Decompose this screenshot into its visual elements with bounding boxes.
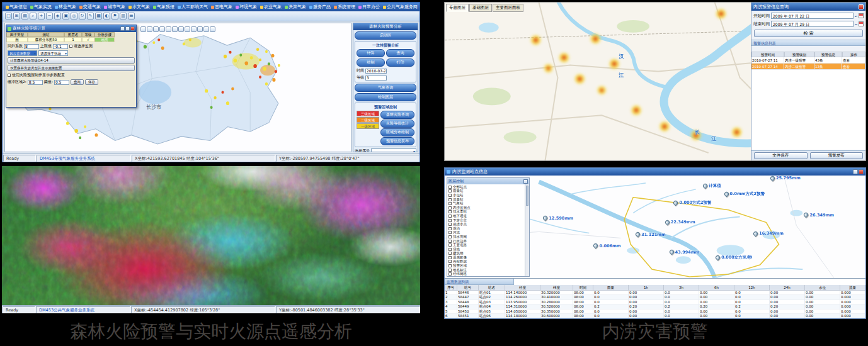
close-icon[interactable] bbox=[523, 179, 528, 184]
warning-row[interactable]: 2010-07-27 14内涝二级预警13条查看 bbox=[751, 64, 865, 70]
layer-checkbox[interactable] bbox=[448, 223, 452, 226]
analysis-button[interactable]: 绘制 bbox=[357, 59, 385, 67]
minimize-icon[interactable] bbox=[125, 26, 130, 31]
layer-checkbox[interactable] bbox=[448, 198, 452, 201]
layer-item[interactable]: 地下通道 bbox=[448, 214, 523, 218]
calendar-icon[interactable] bbox=[859, 13, 864, 18]
toolbar-icon[interactable]: ✎ bbox=[87, 13, 94, 20]
layer-item[interactable]: 水位站 bbox=[448, 193, 523, 198]
toolbar-icon[interactable]: − bbox=[46, 13, 53, 20]
layer-item[interactable]: 湖泊 bbox=[448, 226, 523, 231]
toolbar-icon[interactable]: ⌕ bbox=[30, 13, 37, 20]
menu-item[interactable]: 农业气象 bbox=[259, 4, 283, 10]
menu-item[interactable]: 环境气象 bbox=[234, 4, 258, 10]
layer-item[interactable]: 流量站 bbox=[448, 198, 523, 202]
layer-item[interactable]: 内涝监测点 bbox=[448, 206, 523, 210]
menu-item[interactable]: 公共气象服务网 bbox=[382, 4, 419, 10]
forecast-config-checkbox[interactable] bbox=[8, 74, 11, 77]
save-button[interactable]: 保存 bbox=[85, 79, 98, 85]
table-row[interactable]: 158446站点01114.14000030.32000008:000.00.0… bbox=[445, 291, 865, 295]
weather-query-button[interactable]: 气象查询 bbox=[355, 84, 416, 92]
toolbar-icon[interactable]: ◈ bbox=[54, 13, 61, 20]
search-button[interactable]: 检 索 bbox=[754, 30, 863, 37]
station-marker[interactable]: 计算值 bbox=[703, 183, 721, 189]
toolbar-icon[interactable]: ▤ bbox=[21, 13, 28, 20]
dialog-titlebar[interactable]: 森林火险等级计算 bbox=[6, 25, 136, 32]
layer-item[interactable]: 河流 bbox=[448, 231, 523, 235]
map-tool-icon[interactable] bbox=[140, 26, 146, 32]
menu-item[interactable]: 林业气象 bbox=[54, 4, 77, 10]
layer-checkbox[interactable] bbox=[448, 256, 452, 259]
map-tool-icon[interactable] bbox=[147, 26, 152, 32]
coef-input[interactable] bbox=[24, 44, 39, 49]
layer-checkbox[interactable] bbox=[448, 219, 452, 222]
layer-checkbox[interactable] bbox=[448, 186, 452, 189]
calendar-icon[interactable] bbox=[859, 21, 864, 26]
layer-checkbox[interactable] bbox=[448, 194, 452, 197]
factor-grid-row[interactable]: 面森林分布图501√地图 bbox=[6, 37, 136, 42]
toolbar-icon[interactable]: ◐ bbox=[103, 13, 110, 20]
map-tool-icon[interactable] bbox=[210, 26, 215, 32]
minimize-icon[interactable] bbox=[853, 169, 858, 174]
buffer-input[interactable] bbox=[28, 80, 43, 85]
layer-scrollbar[interactable] bbox=[525, 184, 529, 276]
upper-input[interactable] bbox=[53, 44, 68, 49]
config-resource-button[interactable]: 设置森林资源类型并显示测量配置 bbox=[8, 65, 135, 71]
table-row[interactable]: 358448站点03113.95000030.28000008:000.00.0… bbox=[445, 300, 865, 304]
menu-item[interactable]: 水文气象 bbox=[127, 4, 151, 10]
station-marker[interactable]: 25.795mm bbox=[770, 176, 801, 181]
warning-row[interactable]: 2010-07-27 11内涝一级预警43条查看 bbox=[751, 57, 865, 64]
start-date-picker[interactable]: 2009 年 07 月 22 日 bbox=[771, 13, 854, 19]
layer-item[interactable]: 易渍水点 bbox=[448, 222, 523, 226]
layer-checkbox[interactable] bbox=[448, 272, 452, 276]
table-row[interactable]: 258447站点02114.26000030.41000008:000.00.0… bbox=[445, 295, 865, 299]
calc-grade-button[interactable]: 计算森林火险等级G4-14 bbox=[8, 57, 135, 64]
layer-checkbox[interactable] bbox=[448, 260, 452, 263]
menu-item[interactable]: 气象实况 bbox=[29, 4, 53, 10]
draw-layer-button[interactable]: 绘制图层 bbox=[355, 93, 416, 101]
thresh-input[interactable] bbox=[54, 80, 69, 85]
layer-item[interactable]: 行政边界 bbox=[448, 239, 523, 243]
toolbar-icon[interactable]: □ bbox=[5, 13, 12, 20]
file-save-button[interactable]: 文件保存 bbox=[754, 152, 808, 159]
close-icon[interactable] bbox=[859, 169, 864, 174]
map-tool-icon[interactable] bbox=[191, 26, 197, 32]
map-tool-icon[interactable] bbox=[153, 26, 159, 32]
layer-checkbox[interactable] bbox=[448, 231, 452, 234]
publish-warning-button[interactable]: 预警发布 bbox=[810, 152, 864, 159]
zone-action-button[interactable]: 预警信息发布 bbox=[380, 137, 414, 145]
start-zone-button[interactable]: 启动区 bbox=[355, 31, 416, 40]
query-button[interactable]: 查询 bbox=[71, 79, 84, 85]
toolbar-icon[interactable]: + bbox=[38, 13, 45, 20]
layer-checkbox[interactable] bbox=[448, 243, 452, 247]
layer-item[interactable]: 建筑物 bbox=[448, 252, 523, 256]
analysis-button[interactable]: 查询 bbox=[386, 49, 414, 57]
layer-tab[interactable]: 专题图层 bbox=[446, 4, 469, 12]
field-combobox[interactable]: 请选择干扰场 bbox=[38, 50, 68, 56]
toolbar-icon[interactable]: ▦ bbox=[95, 13, 102, 20]
map-tool-icon[interactable] bbox=[197, 26, 203, 32]
toolbar-icon[interactable]: ▥ bbox=[120, 13, 127, 20]
pick-checkbox[interactable] bbox=[69, 45, 72, 48]
layer-item[interactable]: 下穿立交 bbox=[448, 218, 523, 223]
layer-item[interactable]: 雨量站 bbox=[448, 189, 523, 194]
station-marker[interactable]: 0.0mm方式2预警 bbox=[724, 191, 765, 197]
layer-item[interactable]: 主要道路 bbox=[448, 243, 523, 247]
table-row[interactable]: 658451站点06114.18000030.60000008:000.00.0… bbox=[445, 314, 865, 318]
menu-item[interactable]: 人工影响天气 bbox=[176, 4, 209, 10]
map-tool-icon[interactable] bbox=[203, 26, 209, 32]
layer-item[interactable]: 全部站点 bbox=[448, 185, 523, 189]
layer-item[interactable]: 气象站 bbox=[448, 201, 523, 206]
map-tool-icon[interactable] bbox=[178, 26, 184, 32]
layer-checkbox[interactable] bbox=[448, 189, 452, 193]
layer-item[interactable]: 高程数据 bbox=[448, 260, 523, 264]
station-marker[interactable]: 0.006mm bbox=[593, 243, 620, 248]
map-tool-icon[interactable] bbox=[166, 26, 171, 32]
toolbar-icon[interactable]: ☰ bbox=[128, 13, 135, 20]
layer-tab[interactable]: 基础图层 bbox=[469, 4, 492, 12]
close-icon[interactable] bbox=[859, 4, 864, 9]
menu-item[interactable]: 交通气象 bbox=[78, 4, 102, 10]
station-marker[interactable]: 0.000方式2预警 bbox=[673, 200, 711, 206]
layer-checkbox[interactable] bbox=[448, 240, 452, 243]
station-marker[interactable]: 26.349mm bbox=[804, 213, 834, 218]
